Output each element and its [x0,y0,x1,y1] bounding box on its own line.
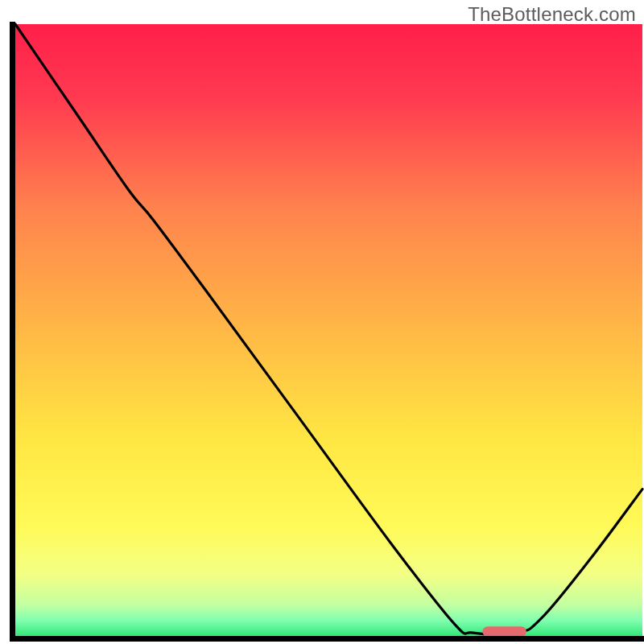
watermark-text: TheBottleneck.com [468,3,636,26]
chart-container: { "watermark": "TheBottleneck.com", "cha… [0,0,644,644]
frame-left [10,22,15,642]
frame-bottom [10,636,644,642]
plot-background [15,24,642,636]
bottleneck-chart [0,0,644,644]
optimal-marker [482,626,526,637]
